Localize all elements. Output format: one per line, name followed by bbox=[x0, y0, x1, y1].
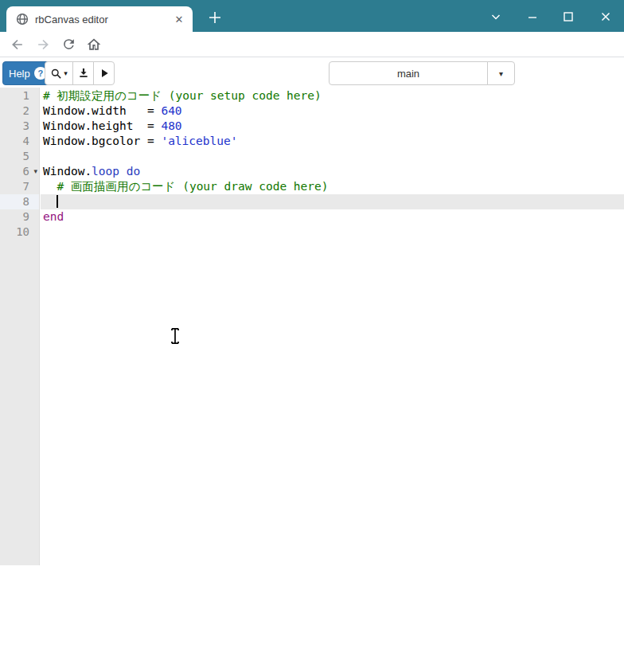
gutter-line-9: 9 bbox=[0, 209, 39, 225]
help-label: Help bbox=[9, 68, 30, 80]
search-button[interactable]: ▾ bbox=[45, 61, 73, 85]
window-close-button[interactable] bbox=[597, 8, 614, 25]
code-token-plain bbox=[119, 165, 127, 178]
code-token-number: 480 bbox=[161, 119, 181, 132]
editor-gutter: 123456▾78910 bbox=[0, 88, 40, 565]
code-token-plain bbox=[43, 195, 57, 208]
reload-button[interactable] bbox=[57, 33, 80, 56]
code-editor[interactable]: 123456▾78910 # 初期設定用のコード (your setup cod… bbox=[0, 88, 624, 565]
code-token-string: 'aliceblue' bbox=[161, 135, 237, 147]
ibeam-mouse-cursor bbox=[169, 326, 181, 346]
window-maximize-button[interactable] bbox=[560, 8, 577, 25]
home-button[interactable] bbox=[83, 33, 105, 56]
code-token-kw-blue: loop bbox=[92, 165, 119, 178]
code-line-7[interactable]: # 画面描画用のコード (your draw code here) bbox=[41, 179, 624, 194]
code-token-plain bbox=[43, 180, 57, 193]
file-select-combo: ▾ bbox=[329, 61, 515, 85]
line-number: 9 bbox=[23, 209, 29, 225]
home-icon bbox=[86, 37, 102, 53]
gutter-line-1: 1 bbox=[0, 88, 39, 104]
maximize-icon bbox=[562, 10, 575, 23]
browser-window: rbCanvas editor ✕ bbox=[0, 0, 624, 672]
editor-code: # 初期設定用のコード (your setup code here)Window… bbox=[41, 88, 624, 565]
tab-title: rbCanvas editor bbox=[35, 14, 172, 25]
gutter-line-10: 10 bbox=[0, 225, 39, 240]
code-token-plain: Window.bgcolor = bbox=[43, 135, 161, 147]
code-token-number: 640 bbox=[161, 104, 181, 117]
code-token-keyword: end bbox=[43, 210, 64, 223]
gutter-line-7: 7 bbox=[0, 179, 39, 194]
file-name-input[interactable] bbox=[329, 61, 488, 85]
search-caret-icon: ▾ bbox=[64, 69, 68, 77]
code-line-10[interactable] bbox=[41, 225, 624, 240]
code-line-4[interactable]: Window.bgcolor = 'aliceblue' bbox=[41, 134, 624, 149]
gutter-line-2: 2 bbox=[0, 104, 39, 119]
line-number: 5 bbox=[23, 149, 29, 164]
plus-icon bbox=[208, 10, 222, 25]
window-minimize-button[interactable] bbox=[524, 8, 541, 25]
code-line-5[interactable] bbox=[41, 149, 624, 164]
code-line-8[interactable] bbox=[41, 194, 624, 209]
gutter-line-3: 3 bbox=[0, 119, 39, 134]
play-icon bbox=[98, 67, 111, 80]
code-line-1[interactable]: # 初期設定用のコード (your setup code here) bbox=[41, 88, 624, 104]
line-number: 1 bbox=[23, 88, 29, 104]
search-icon bbox=[50, 68, 62, 80]
gutter-line-8: 8 bbox=[0, 194, 39, 209]
globe-favicon-icon bbox=[16, 13, 29, 25]
tab-search-button[interactable] bbox=[487, 8, 505, 25]
code-token-comment: # 画面描画用のコード (your draw code here) bbox=[57, 180, 328, 193]
line-number: 10 bbox=[16, 225, 29, 240]
line-number: 6 bbox=[23, 164, 29, 179]
file-dropdown-button[interactable]: ▾ bbox=[487, 61, 515, 85]
code-token-plain: Window. bbox=[43, 165, 92, 178]
code-line-3[interactable]: Window.height = 480 bbox=[41, 119, 624, 134]
navigation-bar: rbcanvas.net/editor/0.8.0/rbcanvas_edito… bbox=[0, 32, 624, 57]
forward-button[interactable] bbox=[32, 33, 54, 56]
code-token-plain: Window.height = bbox=[43, 119, 161, 132]
chevron-down-icon bbox=[489, 10, 502, 23]
line-number: 4 bbox=[23, 134, 29, 149]
line-number: 8 bbox=[23, 194, 29, 209]
close-icon bbox=[599, 10, 612, 23]
code-token-comment: # 初期設定用のコード (your setup code here) bbox=[43, 89, 322, 102]
text-caret bbox=[57, 195, 58, 208]
line-number: 2 bbox=[23, 104, 29, 119]
run-button[interactable] bbox=[93, 61, 115, 85]
gutter-line-4: 4 bbox=[0, 134, 39, 149]
download-button[interactable] bbox=[72, 61, 94, 85]
back-arrow-icon bbox=[10, 37, 25, 53]
code-token-kw-blue: do bbox=[127, 165, 140, 178]
code-line-6[interactable]: Window.loop do bbox=[41, 164, 624, 179]
back-button[interactable] bbox=[6, 33, 29, 56]
dropdown-caret-icon: ▾ bbox=[499, 69, 503, 78]
new-tab-button[interactable] bbox=[204, 6, 226, 29]
download-icon bbox=[77, 67, 90, 80]
editor-button-group: ▾ bbox=[45, 61, 115, 85]
line-number: 3 bbox=[23, 119, 29, 134]
line-number: 7 bbox=[23, 179, 29, 194]
tab-strip: rbCanvas editor ✕ bbox=[0, 0, 624, 32]
tab-close-icon[interactable]: ✕ bbox=[172, 12, 186, 26]
gutter-line-6: 6▾ bbox=[0, 164, 39, 179]
gutter-line-5: 5 bbox=[0, 149, 39, 164]
reload-icon bbox=[61, 37, 76, 52]
minimize-icon bbox=[526, 10, 539, 23]
editor-toolbar: Help ? ▾ bbox=[0, 57, 624, 88]
code-line-2[interactable]: Window.width = 640 bbox=[41, 104, 624, 119]
browser-tab[interactable]: rbCanvas editor ✕ bbox=[6, 6, 193, 32]
fold-arrow-icon[interactable]: ▾ bbox=[33, 164, 37, 179]
code-line-9[interactable]: end bbox=[41, 209, 624, 225]
code-token-plain: Window.width = bbox=[43, 104, 161, 117]
forward-arrow-icon bbox=[35, 37, 51, 53]
